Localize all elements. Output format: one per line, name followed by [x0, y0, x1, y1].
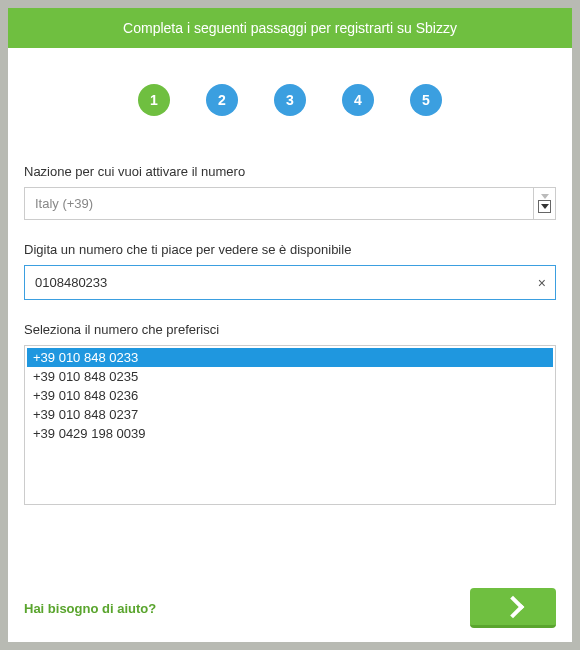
caret-down-icon — [541, 194, 549, 199]
modal-header: Completa i seguenti passaggi per registr… — [8, 8, 572, 48]
registration-modal: Completa i seguenti passaggi per registr… — [8, 8, 572, 642]
step-indicator: 12345 — [24, 48, 556, 164]
step-4[interactable]: 4 — [342, 84, 374, 116]
caret-box-icon — [538, 200, 551, 213]
list-item[interactable]: +39 010 848 0235 — [27, 367, 553, 386]
modal-footer: Hai bisogno di aiuto? — [8, 574, 572, 642]
number-input[interactable] — [24, 265, 556, 300]
modal-title: Completa i seguenti passaggi per registr… — [123, 20, 457, 36]
list-item[interactable]: +39 010 848 0237 — [27, 405, 553, 424]
nation-select-value: Italy (+39) — [24, 187, 556, 220]
step-3[interactable]: 3 — [274, 84, 306, 116]
number-list[interactable]: +39 010 848 0233+39 010 848 0235+39 010 … — [24, 345, 556, 505]
list-item[interactable]: +39 010 848 0233 — [27, 348, 553, 367]
next-button[interactable] — [470, 588, 556, 628]
number-input-label: Digita un numero che ti piace per vedere… — [24, 242, 556, 257]
dropdown-icon[interactable] — [533, 188, 555, 219]
list-item[interactable]: +39 0429 198 0039 — [27, 424, 553, 443]
number-list-label: Seleziona il numero che preferisci — [24, 322, 556, 337]
help-link[interactable]: Hai bisogno di aiuto? — [24, 601, 156, 616]
nation-label: Nazione per cui vuoi attivare il numero — [24, 164, 556, 179]
step-5[interactable]: 5 — [410, 84, 442, 116]
number-input-wrap: × — [24, 265, 556, 300]
list-item[interactable]: +39 010 848 0236 — [27, 386, 553, 405]
nation-select[interactable]: Italy (+39) — [24, 187, 556, 220]
clear-icon[interactable]: × — [538, 275, 546, 291]
step-2[interactable]: 2 — [206, 84, 238, 116]
modal-content: 12345 Nazione per cui vuoi attivare il n… — [8, 48, 572, 574]
step-1[interactable]: 1 — [138, 84, 170, 116]
